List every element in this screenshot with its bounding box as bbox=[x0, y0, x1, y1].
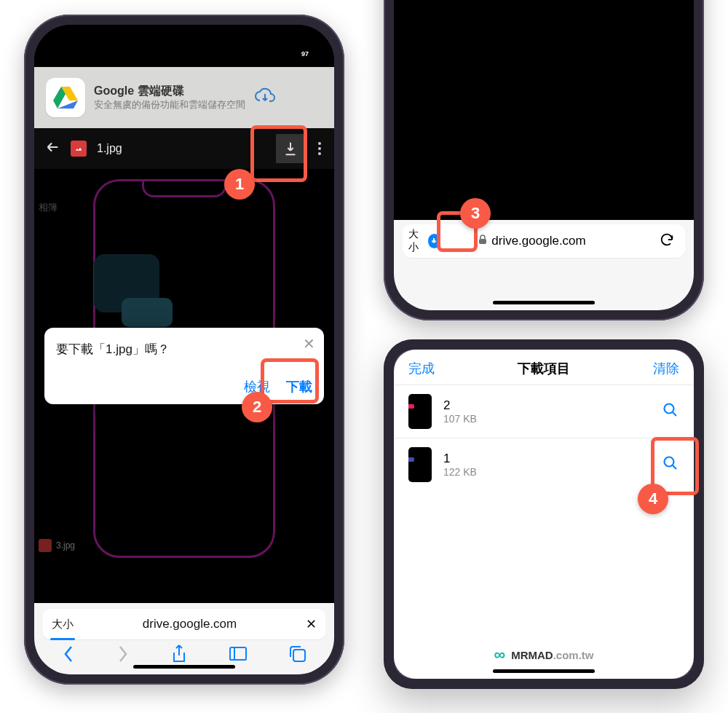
tabs-icon[interactable] bbox=[288, 645, 307, 663]
image-preview-b: 3.jpg bbox=[394, 0, 694, 216]
close-icon[interactable]: ✕ bbox=[303, 336, 315, 351]
callout-highlight-2 bbox=[261, 358, 319, 403]
download-name: 2 bbox=[443, 398, 477, 413]
cellular-icon bbox=[260, 49, 273, 59]
svg-rect-4 bbox=[479, 239, 486, 244]
svg-point-6 bbox=[665, 404, 674, 414]
safari-chrome: 大小 drive.google.com ✕ bbox=[34, 603, 334, 674]
back-icon[interactable] bbox=[44, 139, 60, 158]
status-time: 16:59 bbox=[59, 47, 92, 61]
download-size: 122 KB bbox=[443, 466, 477, 478]
download-thumb-icon bbox=[408, 447, 432, 482]
download-size: 107 KB bbox=[443, 413, 477, 425]
download-row[interactable]: 1 122 KB bbox=[394, 438, 694, 491]
gdrive-app-icon bbox=[46, 78, 85, 117]
file-name: 1.jpg bbox=[97, 142, 122, 155]
dialog-question: 要下載「1.jpg」嗎？ bbox=[56, 341, 312, 358]
phone-right: 3.jpg 大小 drive.google.com bbox=[384, 0, 704, 320]
bookmarks-icon[interactable] bbox=[228, 645, 248, 663]
done-button[interactable]: 完成 bbox=[408, 360, 435, 377]
callout-badge-1: 1 bbox=[224, 169, 255, 200]
download-thumb-icon bbox=[408, 394, 432, 429]
cloud-download-icon[interactable] bbox=[254, 87, 276, 109]
phone-left: 16:59 97 Google 雲端硬碟 安全無虞的備份功能和 bbox=[24, 15, 344, 685]
aa-size-button[interactable]: 大小 bbox=[52, 618, 74, 631]
more-options-icon[interactable] bbox=[315, 142, 324, 155]
svg-rect-3 bbox=[293, 650, 305, 661]
aa-downloads-pill[interactable]: 大小 bbox=[408, 227, 440, 255]
battery-icon: 97 bbox=[295, 49, 315, 59]
clear-icon[interactable]: ✕ bbox=[306, 616, 317, 632]
callout-badge-3: 3 bbox=[460, 198, 491, 229]
clear-button[interactable]: 清除 bbox=[653, 360, 679, 377]
wifi-icon bbox=[277, 49, 290, 59]
url-text: drive.google.com bbox=[81, 617, 298, 631]
nav-forward-icon bbox=[116, 644, 130, 664]
infinity-icon: ∞ bbox=[494, 645, 505, 664]
callout-badge-4: 4 bbox=[638, 484, 668, 514]
callout-badge-2: 2 bbox=[242, 392, 272, 422]
url-text-b: drive.google.com bbox=[491, 234, 585, 248]
downloads-sheet-frame: 完成 下載項目 清除 2 107 KB 1 122 KB bbox=[384, 339, 704, 689]
sheet-title: 下載項目 bbox=[518, 360, 570, 377]
callout-highlight-1 bbox=[250, 125, 307, 182]
magnify-icon[interactable] bbox=[662, 401, 679, 422]
watermark: ∞ MRMAD.com.tw bbox=[494, 645, 593, 664]
nav-back-icon[interactable] bbox=[61, 644, 76, 664]
image-file-icon bbox=[71, 141, 87, 157]
address-bar[interactable]: 大小 drive.google.com ✕ bbox=[43, 609, 325, 639]
reload-icon[interactable] bbox=[659, 232, 675, 251]
download-row[interactable]: 2 107 KB bbox=[394, 385, 694, 438]
app-banner-subtitle: 安全無虞的備份功能和雲端儲存空間 bbox=[94, 99, 245, 111]
download-name: 1 bbox=[443, 452, 477, 466]
app-banner-title: Google 雲端硬碟 bbox=[94, 84, 245, 99]
lock-icon bbox=[478, 234, 487, 248]
app-install-banner[interactable]: Google 雲端硬碟 安全無虞的備份功能和雲端儲存空間 bbox=[34, 67, 334, 128]
share-icon[interactable] bbox=[170, 644, 188, 664]
